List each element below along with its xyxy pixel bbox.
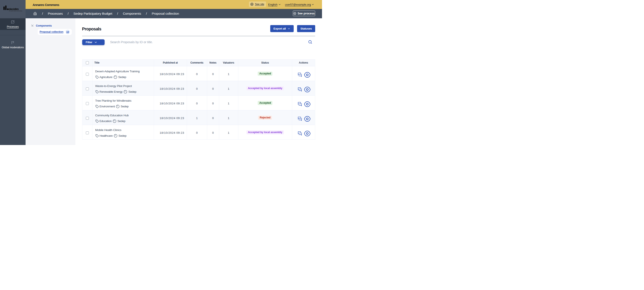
svg-text:free open-source democracy: free open-source democracy xyxy=(9,10,22,11)
